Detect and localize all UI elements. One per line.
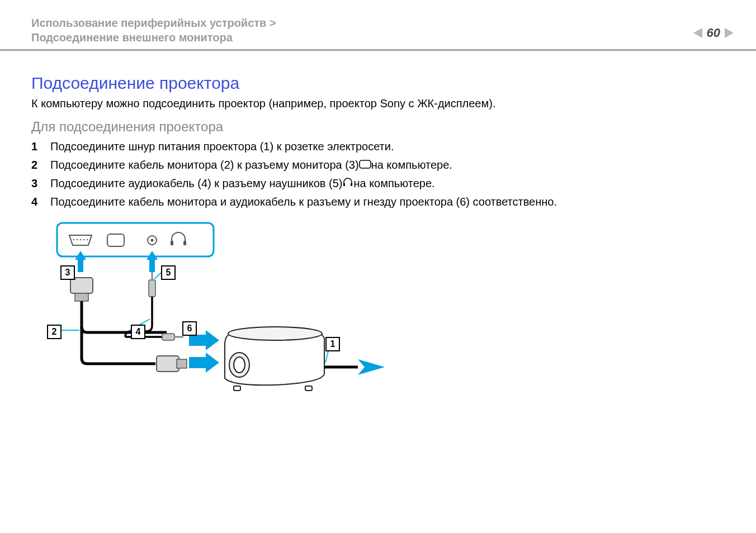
page-next-icon[interactable] [725, 28, 734, 38]
section-title: Подсоединение проектора [31, 74, 725, 93]
svg-point-11 [151, 239, 154, 242]
svg-rect-0 [360, 160, 371, 168]
page-number: 60 [707, 26, 720, 40]
step-text-prefix: Подсоедините кабель монитора (2) к разъе… [50, 159, 359, 172]
step-text: Подсоедините кабель монитора и аудиокабе… [50, 196, 557, 208]
pager: 60 [693, 16, 734, 40]
svg-marker-38 [358, 359, 385, 375]
page-header: Использование периферийных устройств > П… [0, 0, 756, 50]
section-intro: К компьютеру можно подсоединить проектор… [31, 97, 725, 110]
step-item: Подсоедините кабель монитора (2) к разъе… [31, 159, 725, 172]
breadcrumb-line1: Использование периферийных устройств > [31, 16, 276, 30]
step-item: Подсоедините аудиокабель (4) к разъему н… [31, 177, 725, 190]
svg-rect-13 [183, 241, 186, 245]
callout-1: 1 [325, 337, 340, 351]
svg-point-7 [83, 239, 84, 240]
section-subtitle: Для подсоединения проектора [31, 119, 725, 135]
svg-point-6 [80, 239, 81, 240]
svg-marker-32 [189, 353, 219, 373]
callout-3: 3 [60, 265, 75, 280]
breadcrumb: Использование периферийных устройств > П… [31, 16, 276, 45]
svg-rect-36 [234, 386, 240, 391]
svg-rect-20 [157, 356, 179, 372]
svg-point-33 [228, 327, 322, 340]
svg-rect-1 [343, 183, 345, 186]
callout-4: 4 [131, 325, 145, 339]
step-item: Подсоедините кабель монитора и аудиокабе… [31, 196, 725, 208]
step-item: Подсоедините шнур питания проектора (1) … [31, 140, 725, 153]
monitor-port-icon [359, 159, 371, 172]
step-text-suffix: на компьютере. [371, 159, 452, 172]
page-prev-icon[interactable] [693, 28, 702, 38]
callout-6: 6 [182, 321, 197, 336]
connection-diagram: 3 5 2 4 6 1 [51, 218, 409, 408]
page-content: Подсоединение проектора К компьютеру мож… [0, 50, 756, 408]
svg-point-35 [234, 357, 245, 373]
svg-rect-24 [162, 334, 174, 340]
svg-rect-12 [171, 241, 173, 245]
svg-point-4 [73, 239, 74, 240]
steps-list: Подсоедините шнур питания проектора (1) … [31, 140, 725, 208]
svg-rect-37 [305, 386, 312, 391]
step-text-prefix: Подсоедините аудиокабель (4) к разъему н… [50, 177, 342, 190]
svg-rect-21 [177, 359, 187, 368]
svg-rect-22 [149, 280, 155, 297]
svg-point-5 [77, 239, 78, 240]
step-text: Подсоедините шнур питания проектора (1) … [50, 140, 394, 153]
svg-rect-2 [351, 183, 352, 186]
svg-point-8 [87, 239, 88, 240]
breadcrumb-line2: Подсоединение внешнего монитора [31, 30, 276, 45]
callout-2: 2 [47, 325, 62, 339]
headphones-icon [342, 177, 353, 190]
svg-rect-18 [70, 278, 93, 293]
callout-5: 5 [161, 265, 176, 280]
step-text-suffix: на компьютере. [353, 177, 434, 190]
svg-rect-19 [75, 293, 88, 301]
